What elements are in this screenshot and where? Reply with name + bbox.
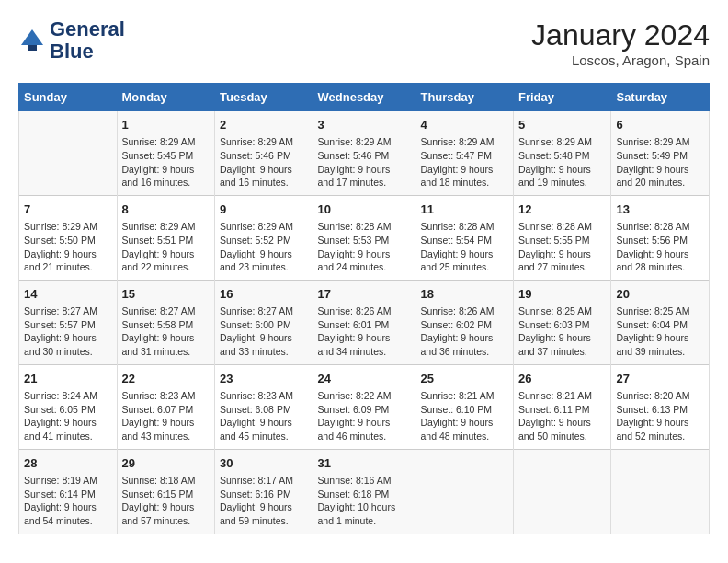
calendar-cell: 24Sunrise: 8:22 AM Sunset: 6:09 PM Dayli… [313,364,415,449]
calendar-cell: 23Sunrise: 8:23 AM Sunset: 6:08 PM Dayli… [215,364,313,449]
calendar-cell [611,449,710,534]
calendar-cell: 27Sunrise: 8:20 AM Sunset: 6:13 PM Dayli… [611,364,710,449]
calendar-cell: 22Sunrise: 8:23 AM Sunset: 6:07 PM Dayli… [117,364,215,449]
day-number: 25 [420,371,508,387]
day-number: 28 [24,455,112,472]
day-number: 5 [518,117,607,133]
day-info: Sunrise: 8:29 AM Sunset: 5:46 PM Dayligh… [220,135,308,190]
day-info: Sunrise: 8:29 AM Sunset: 5:48 PM Dayligh… [518,135,607,190]
day-number: 4 [420,117,508,133]
calendar-week-row: 7Sunrise: 8:29 AM Sunset: 5:50 PM Daylig… [19,195,710,280]
day-info: Sunrise: 8:28 AM Sunset: 5:54 PM Dayligh… [420,220,508,274]
calendar-cell [415,449,514,534]
calendar-cell: 1Sunrise: 8:29 AM Sunset: 5:45 PM Daylig… [117,111,215,196]
day-info: Sunrise: 8:29 AM Sunset: 5:50 PM Dayligh… [24,220,112,274]
calendar-cell: 7Sunrise: 8:29 AM Sunset: 5:50 PM Daylig… [19,195,118,280]
day-of-week-header: Tuesday [215,84,313,111]
day-number: 13 [616,201,704,218]
calendar-cell: 16Sunrise: 8:27 AM Sunset: 6:00 PM Dayli… [215,280,313,364]
day-number: 3 [318,117,411,133]
calendar-week-row: 1Sunrise: 8:29 AM Sunset: 5:45 PM Daylig… [19,111,710,196]
logo: General Blue [18,18,125,63]
day-number: 30 [220,455,308,472]
calendar-cell: 15Sunrise: 8:27 AM Sunset: 5:58 PM Dayli… [117,280,215,364]
day-number: 12 [518,201,607,218]
day-number: 21 [24,371,112,387]
day-info: Sunrise: 8:16 AM Sunset: 6:18 PM Dayligh… [318,474,411,528]
day-info: Sunrise: 8:21 AM Sunset: 6:10 PM Dayligh… [420,389,508,443]
day-info: Sunrise: 8:29 AM Sunset: 5:45 PM Dayligh… [122,135,210,190]
calendar-cell: 28Sunrise: 8:19 AM Sunset: 6:14 PM Dayli… [19,449,118,534]
calendar-week-row: 21Sunrise: 8:24 AM Sunset: 6:05 PM Dayli… [19,364,710,449]
day-info: Sunrise: 8:28 AM Sunset: 5:53 PM Dayligh… [318,220,411,274]
day-number: 20 [616,286,704,303]
day-of-week-header: Sunday [19,84,118,111]
calendar-cell: 29Sunrise: 8:18 AM Sunset: 6:15 PM Dayli… [117,449,215,534]
calendar-cell: 21Sunrise: 8:24 AM Sunset: 6:05 PM Dayli… [19,364,118,449]
logo-icon [18,27,46,54]
day-number: 9 [220,201,308,218]
day-info: Sunrise: 8:23 AM Sunset: 6:07 PM Dayligh… [122,389,210,443]
subtitle: Loscos, Aragon, Spain [531,52,710,68]
calendar-cell: 12Sunrise: 8:28 AM Sunset: 5:55 PM Dayli… [513,195,611,280]
day-info: Sunrise: 8:29 AM Sunset: 5:49 PM Dayligh… [616,135,704,190]
day-number: 14 [24,286,112,303]
day-info: Sunrise: 8:26 AM Sunset: 6:02 PM Dayligh… [420,304,508,359]
calendar-cell: 5Sunrise: 8:29 AM Sunset: 5:48 PM Daylig… [513,111,611,196]
calendar-cell: 20Sunrise: 8:25 AM Sunset: 6:04 PM Dayli… [611,280,710,364]
calendar-cell: 6Sunrise: 8:29 AM Sunset: 5:49 PM Daylig… [611,111,710,196]
day-number: 29 [122,455,210,472]
day-number: 8 [122,201,210,218]
day-info: Sunrise: 8:20 AM Sunset: 6:13 PM Dayligh… [616,389,704,443]
day-number: 17 [318,286,411,303]
calendar-cell: 14Sunrise: 8:27 AM Sunset: 5:57 PM Dayli… [19,280,118,364]
day-number: 1 [122,117,210,133]
calendar-cell: 3Sunrise: 8:29 AM Sunset: 5:46 PM Daylig… [313,111,415,196]
day-number: 15 [122,286,210,303]
day-of-week-header: Friday [513,84,611,111]
day-info: Sunrise: 8:27 AM Sunset: 5:57 PM Dayligh… [24,304,112,359]
day-number: 10 [318,201,411,218]
day-info: Sunrise: 8:25 AM Sunset: 6:04 PM Dayligh… [616,304,704,359]
calendar-cell: 17Sunrise: 8:26 AM Sunset: 6:01 PM Dayli… [313,280,415,364]
day-info: Sunrise: 8:26 AM Sunset: 6:01 PM Dayligh… [318,304,411,359]
day-info: Sunrise: 8:29 AM Sunset: 5:47 PM Dayligh… [420,135,508,190]
main-title: January 2024 [531,18,710,52]
svg-rect-1 [28,45,37,51]
day-info: Sunrise: 8:29 AM Sunset: 5:46 PM Dayligh… [318,135,411,190]
day-info: Sunrise: 8:28 AM Sunset: 5:56 PM Dayligh… [616,220,704,274]
calendar-cell: 18Sunrise: 8:26 AM Sunset: 6:02 PM Dayli… [415,280,514,364]
calendar-cell: 10Sunrise: 8:28 AM Sunset: 5:53 PM Dayli… [313,195,415,280]
day-info: Sunrise: 8:28 AM Sunset: 5:55 PM Dayligh… [518,220,607,274]
day-of-week-header: Monday [117,84,215,111]
day-of-week-header: Wednesday [313,84,415,111]
day-of-week-header: Thursday [415,84,514,111]
day-number: 19 [518,286,607,303]
calendar-cell: 4Sunrise: 8:29 AM Sunset: 5:47 PM Daylig… [415,111,514,196]
day-info: Sunrise: 8:18 AM Sunset: 6:15 PM Dayligh… [122,474,210,528]
day-info: Sunrise: 8:19 AM Sunset: 6:14 PM Dayligh… [24,474,112,528]
day-info: Sunrise: 8:29 AM Sunset: 5:51 PM Dayligh… [122,220,210,274]
day-info: Sunrise: 8:27 AM Sunset: 6:00 PM Dayligh… [220,304,308,359]
calendar-cell [513,449,611,534]
day-info: Sunrise: 8:27 AM Sunset: 5:58 PM Dayligh… [122,304,210,359]
calendar-cell: 9Sunrise: 8:29 AM Sunset: 5:52 PM Daylig… [215,195,313,280]
day-number: 31 [318,455,411,472]
day-number: 2 [220,117,308,133]
calendar-week-row: 28Sunrise: 8:19 AM Sunset: 6:14 PM Dayli… [19,449,710,534]
day-info: Sunrise: 8:24 AM Sunset: 6:05 PM Dayligh… [24,389,112,443]
day-number: 24 [318,371,411,387]
logo-text: General Blue [50,18,125,63]
calendar-cell: 26Sunrise: 8:21 AM Sunset: 6:11 PM Dayli… [513,364,611,449]
day-info: Sunrise: 8:29 AM Sunset: 5:52 PM Dayligh… [220,220,308,274]
day-number: 22 [122,371,210,387]
day-info: Sunrise: 8:22 AM Sunset: 6:09 PM Dayligh… [318,389,411,443]
day-number: 26 [518,371,607,387]
calendar-cell: 31Sunrise: 8:16 AM Sunset: 6:18 PM Dayli… [313,449,415,534]
calendar-cell: 11Sunrise: 8:28 AM Sunset: 5:54 PM Dayli… [415,195,514,280]
day-number: 7 [24,201,112,218]
title-block: January 2024 Loscos, Aragon, Spain [531,18,710,68]
day-info: Sunrise: 8:17 AM Sunset: 6:16 PM Dayligh… [220,474,308,528]
calendar-cell: 8Sunrise: 8:29 AM Sunset: 5:51 PM Daylig… [117,195,215,280]
calendar-table: SundayMondayTuesdayWednesdayThursdayFrid… [18,83,710,534]
